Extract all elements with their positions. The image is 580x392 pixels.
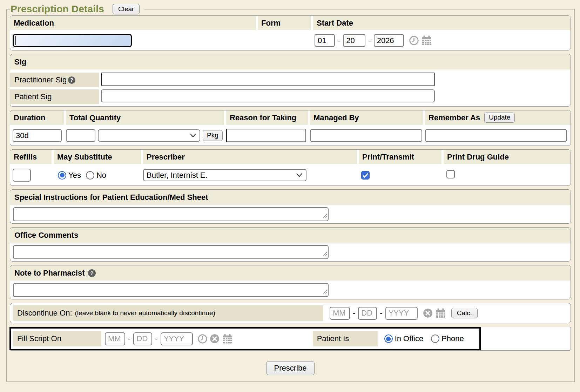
- start-year-input[interactable]: [374, 34, 404, 47]
- start-day-input[interactable]: [343, 34, 365, 47]
- may-substitute-no-radio[interactable]: No: [86, 171, 106, 180]
- total-quantity-header: Total Quantity: [66, 110, 224, 125]
- medication-header-row: Medication Form Start Date: [10, 16, 571, 31]
- svg-text:?: ?: [90, 270, 93, 276]
- office-comments-section: Office Comments: [10, 227, 571, 262]
- refills-section: Refills May Substitute Prescriber Print/…: [10, 149, 571, 186]
- print-transmit-checkbox[interactable]: [361, 171, 370, 180]
- patient-sig-input[interactable]: [101, 89, 435, 102]
- start-month-input[interactable]: [315, 34, 335, 47]
- office-comments-textarea[interactable]: [13, 245, 329, 259]
- print-drug-guide-checkbox[interactable]: [446, 170, 455, 178]
- discontinue-year-input[interactable]: [385, 307, 418, 320]
- patient-sig-label: Patient Sig: [10, 89, 99, 104]
- update-button[interactable]: Update: [484, 113, 515, 123]
- patient-is-phone-radio[interactable]: Phone: [431, 334, 464, 343]
- medication-header: Medication: [10, 16, 256, 30]
- clear-date-icon[interactable]: [210, 334, 220, 344]
- chevron-down-icon: [296, 173, 303, 177]
- clear-button[interactable]: Clear: [113, 4, 140, 15]
- date-separator: -: [379, 309, 383, 318]
- refills-input[interactable]: [13, 169, 31, 182]
- fill-month-input[interactable]: [105, 332, 125, 345]
- prescriber-header: Prescriber: [143, 150, 357, 164]
- duration-section: Duration Total Quantity Reason for Takin…: [10, 110, 571, 146]
- print-transmit-header: Print/Transmit: [359, 150, 441, 164]
- managed-by-input[interactable]: [310, 129, 422, 142]
- medication-section: Medication Form Start Date - -: [10, 15, 571, 50]
- refills-header: Refills: [10, 150, 52, 164]
- radio-selected: [384, 334, 393, 343]
- reason-for-taking-input[interactable]: [226, 129, 306, 142]
- medication-input[interactable]: [13, 34, 132, 47]
- calendar-icon[interactable]: [435, 308, 446, 319]
- sig-header: Sig: [10, 54, 571, 70]
- duration-input[interactable]: [13, 129, 62, 142]
- fill-script-highlight-box: Fill Script On - - Patient Is: [9, 327, 481, 350]
- special-instructions-section: Special Instructions for Patient Educati…: [10, 189, 571, 224]
- form-header: Form: [258, 16, 311, 30]
- fill-script-section: Fill Script On - - Patient Is: [10, 327, 571, 351]
- help-icon[interactable]: ?: [68, 76, 76, 84]
- remember-as-header: Remember As Update: [425, 110, 571, 125]
- may-substitute-header: May Substitute: [54, 150, 141, 164]
- sig-header-label: Sig: [14, 58, 26, 67]
- managed-by-header: Managed By: [310, 110, 423, 125]
- clear-date-icon[interactable]: [423, 308, 433, 318]
- pkg-button[interactable]: Pkg: [203, 130, 223, 141]
- prescriber-value: Butler, Internist E.: [147, 171, 208, 180]
- sig-section: Sig Practitioner Sig ? Patient Sig: [10, 54, 571, 107]
- discontinue-hint: (leave blank to never automatically disc…: [75, 309, 215, 317]
- start-date-header: Start Date: [313, 16, 571, 30]
- may-substitute-yes-radio[interactable]: Yes: [58, 171, 81, 180]
- prescriber-select[interactable]: Butler, Internist E.: [143, 169, 306, 181]
- radio-unselected: [431, 334, 439, 343]
- date-separator: -: [352, 309, 356, 318]
- prescription-details-panel: Prescription Details Clear Medication Fo…: [6, 4, 575, 382]
- help-icon[interactable]: ?: [88, 269, 96, 277]
- date-separator: -: [155, 334, 158, 343]
- svg-text:?: ?: [70, 77, 73, 83]
- date-separator: -: [368, 36, 371, 45]
- patient-is-in-office-radio[interactable]: In Office: [384, 334, 424, 343]
- special-instructions-header: Special Instructions for Patient Educati…: [10, 190, 571, 206]
- date-separator: -: [128, 334, 131, 343]
- discontinue-section: Discontinue On: (leave blank to never au…: [10, 303, 571, 323]
- clock-icon[interactable]: [409, 36, 419, 45]
- calc-button[interactable]: Calc.: [451, 308, 478, 319]
- radio-unselected: [86, 171, 94, 180]
- clock-icon[interactable]: [198, 334, 207, 344]
- note-to-pharmacist-header: Note to Pharmacist ?: [10, 265, 571, 282]
- duration-header: Duration: [10, 110, 64, 125]
- text-cursor: [15, 36, 16, 45]
- quantity-unit-select[interactable]: [98, 129, 200, 142]
- discontinue-month-input[interactable]: [330, 307, 350, 320]
- radio-selected: [58, 171, 66, 180]
- discontinue-day-input[interactable]: [358, 307, 377, 320]
- note-to-pharmacist-section: Note to Pharmacist ?: [10, 265, 571, 299]
- office-comments-header: Office Comments: [10, 228, 571, 244]
- practitioner-sig-label: Practitioner Sig ?: [10, 73, 99, 87]
- page-title: Prescription Details: [11, 4, 104, 15]
- discontinue-on-label: Discontinue On: (leave blank to never au…: [13, 305, 323, 321]
- quantity-input[interactable]: [66, 129, 95, 142]
- fill-year-input[interactable]: [161, 332, 193, 345]
- note-to-pharmacist-textarea[interactable]: [13, 283, 329, 297]
- practitioner-sig-input[interactable]: [101, 73, 435, 86]
- panel-legend: Prescription Details Clear: [10, 4, 144, 15]
- fill-script-on-label: Fill Script On: [13, 331, 101, 346]
- reason-header: Reason for Taking: [226, 110, 308, 125]
- calendar-icon[interactable]: [222, 333, 233, 344]
- special-instructions-textarea[interactable]: [13, 207, 329, 221]
- patient-is-label: Patient Is: [313, 331, 378, 346]
- calendar-icon[interactable]: [421, 35, 432, 46]
- fill-day-input[interactable]: [133, 332, 152, 345]
- prescribe-button[interactable]: Prescribe: [266, 361, 315, 375]
- print-drug-guide-header: Print Drug Guide: [444, 150, 571, 164]
- chevron-down-icon: [190, 133, 196, 138]
- remember-as-input[interactable]: [425, 129, 567, 142]
- date-separator: -: [337, 36, 340, 45]
